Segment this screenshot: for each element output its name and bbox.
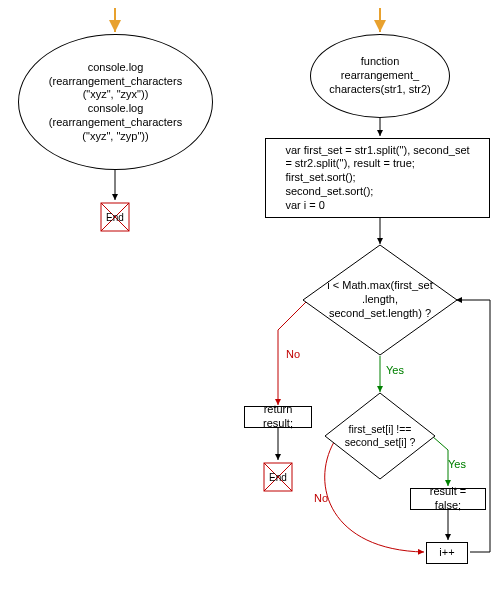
increment-node: i++ xyxy=(426,542,468,564)
main-end-node: End xyxy=(100,202,130,232)
set-false-node: result = false; xyxy=(410,488,486,510)
return-node: return result; xyxy=(244,406,312,428)
func-end-label: End xyxy=(263,462,293,492)
func-end-node: End xyxy=(263,462,293,492)
loop-condition-text: i < Math.max(first_set .length, second_s… xyxy=(302,244,458,356)
loop-condition-node: i < Math.max(first_set .length, second_s… xyxy=(302,244,458,356)
inner-no-label: No xyxy=(314,492,328,504)
func-declaration-node: function rearrangement_ characters(str1,… xyxy=(310,34,450,118)
main-end-label: End xyxy=(100,202,130,232)
inner-condition-text: first_set[i] !== second_set[i] ? xyxy=(324,392,436,480)
main-call-node: console.log (rearrangement_characters ("… xyxy=(18,34,213,170)
loop-yes-label: Yes xyxy=(386,364,404,376)
inner-condition-node: first_set[i] !== second_set[i] ? xyxy=(324,392,436,480)
inner-yes-label: Yes xyxy=(448,458,466,470)
init-block-node: var first_set = str1.split(''), second_s… xyxy=(265,138,490,218)
loop-no-label: No xyxy=(286,348,300,360)
